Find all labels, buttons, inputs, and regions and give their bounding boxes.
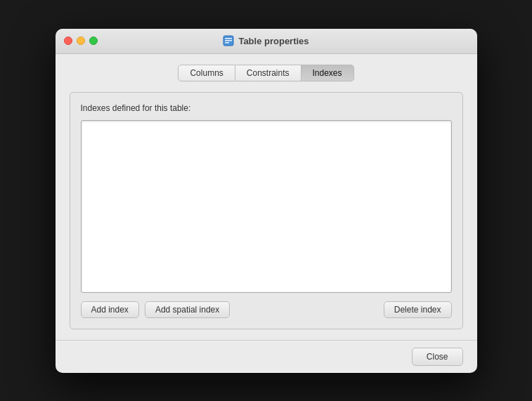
tab-constraints[interactable]: Constraints [235, 65, 301, 81]
add-index-button[interactable]: Add index [81, 301, 139, 318]
tab-bar: Columns Constraints Indexes [70, 65, 463, 81]
close-button[interactable]: Close [412, 348, 463, 366]
tab-indexes[interactable]: Indexes [301, 65, 354, 81]
titlebar: Table properties [56, 29, 477, 54]
svg-rect-2 [225, 40, 232, 41]
bottom-bar: Close [56, 340, 477, 373]
indexes-panel: Indexes defined for this table: Add inde… [70, 92, 463, 329]
minimize-window-button[interactable] [77, 37, 85, 45]
tab-columns[interactable]: Columns [178, 65, 235, 81]
content-area: Columns Constraints Indexes Indexes defi… [56, 54, 477, 340]
action-buttons: Add index Add spatial index Delete index [81, 301, 452, 318]
main-window: Table properties Columns Constraints Ind… [56, 29, 477, 373]
traffic-lights [64, 37, 98, 45]
svg-rect-1 [225, 38, 232, 39]
close-window-button[interactable] [64, 37, 72, 45]
svg-rect-3 [225, 42, 229, 44]
add-spatial-index-button[interactable]: Add spatial index [145, 301, 230, 318]
window-title: Table properties [238, 36, 309, 46]
maximize-window-button[interactable] [89, 37, 98, 45]
window-icon [223, 35, 234, 46]
delete-index-button[interactable]: Delete index [384, 301, 452, 318]
indexes-list[interactable] [81, 120, 452, 293]
panel-label: Indexes defined for this table: [81, 103, 452, 113]
